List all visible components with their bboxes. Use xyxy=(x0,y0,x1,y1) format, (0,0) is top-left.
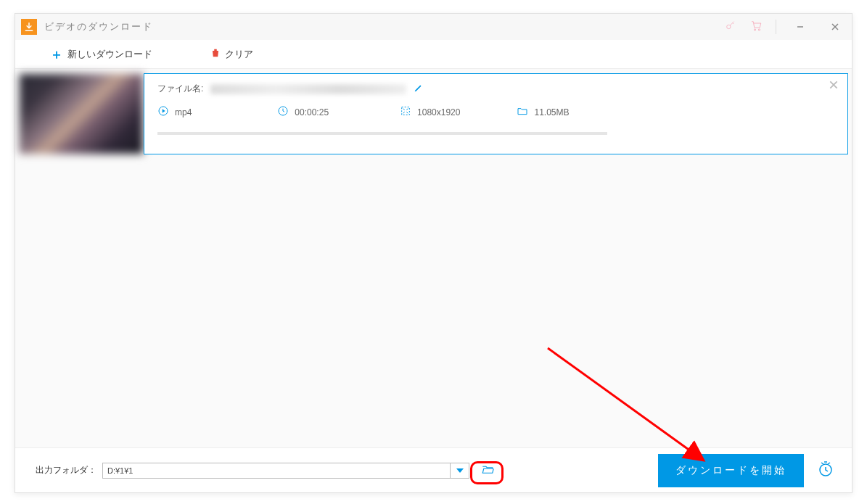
output-folder-label: 出力フォルダ： xyxy=(36,464,96,476)
format-value: mp4 xyxy=(175,107,192,117)
footer: 出力フォルダ： ダウンロードを開始 xyxy=(15,447,852,492)
format-icon xyxy=(157,105,169,119)
progress-bar xyxy=(157,132,607,135)
schedule-button[interactable] xyxy=(817,460,834,481)
trash-icon xyxy=(210,47,221,61)
titlebar: ビデオのダウンロード xyxy=(15,14,852,40)
separator xyxy=(776,20,776,34)
filename-row: ファイル名: xyxy=(157,83,834,95)
toolbar: ＋ 新しいダウンロード クリア xyxy=(15,40,852,69)
svg-rect-5 xyxy=(402,107,410,115)
duration-value: 00:00:25 xyxy=(295,107,329,117)
resolution-icon xyxy=(400,105,411,119)
filesize-meta: 11.05MB xyxy=(517,105,569,119)
new-download-button[interactable]: ＋ 新しいダウンロード xyxy=(50,46,152,63)
svg-point-1 xyxy=(754,29,755,30)
video-thumbnail xyxy=(19,73,144,154)
meta-row: mp4 00:00:25 1080x1920 xyxy=(157,105,834,119)
clock-icon xyxy=(277,105,289,119)
svg-point-2 xyxy=(758,29,760,30)
remove-item-button[interactable] xyxy=(829,80,839,93)
folder-icon xyxy=(517,105,528,119)
minimize-button[interactable] xyxy=(789,16,811,38)
format-meta: mp4 xyxy=(157,105,192,119)
output-folder-dropdown[interactable] xyxy=(451,463,469,479)
resolution-meta: 1080x1920 xyxy=(400,105,460,119)
filename-label: ファイル名: xyxy=(157,83,203,95)
clear-button[interactable]: クリア xyxy=(210,47,253,61)
edit-filename-button[interactable] xyxy=(414,83,424,95)
filename-value xyxy=(210,84,406,94)
license-key-icon[interactable] xyxy=(725,20,736,34)
output-folder-control xyxy=(102,463,469,479)
svg-point-0 xyxy=(727,25,731,28)
resolution-value: 1080x1920 xyxy=(417,107,460,117)
download-item: ファイル名: mp4 xyxy=(19,73,848,154)
download-list: ファイル名: mp4 xyxy=(15,73,852,154)
close-button[interactable] xyxy=(824,16,846,38)
duration-meta: 00:00:25 xyxy=(277,105,329,119)
open-folder-button[interactable] xyxy=(480,463,496,479)
clear-label: クリア xyxy=(225,48,253,61)
start-download-button[interactable]: ダウンロードを開始 xyxy=(658,454,804,487)
plus-icon: ＋ xyxy=(50,46,63,63)
app-icon xyxy=(21,19,37,35)
app-window: ビデオのダウンロード ＋ 新しいダウンロード クリア xyxy=(15,13,852,493)
item-card: ファイル名: mp4 xyxy=(144,73,848,154)
output-folder-input[interactable] xyxy=(102,463,451,479)
new-download-label: 新しいダウンロード xyxy=(67,48,152,61)
title-actions xyxy=(725,16,846,38)
window-title: ビデオのダウンロード xyxy=(44,20,725,33)
filesize-value: 11.05MB xyxy=(534,107,569,117)
cart-icon[interactable] xyxy=(749,19,763,35)
